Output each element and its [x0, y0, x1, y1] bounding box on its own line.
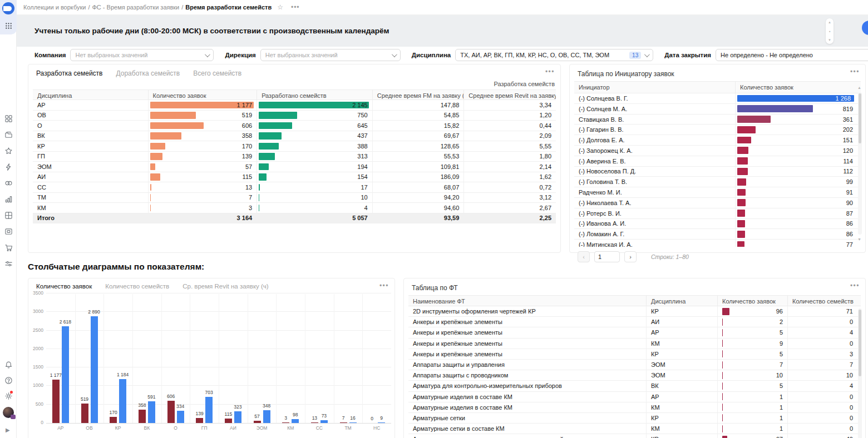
widget-menu-icon[interactable]: •••: [545, 68, 555, 76]
dashboards-icon[interactable]: [4, 211, 13, 220]
tab-rework[interactable]: Доработка семейств: [116, 69, 180, 77]
bar[interactable]: [139, 410, 146, 423]
scroll-up-icon[interactable]: ▲: [828, 21, 831, 24]
bar[interactable]: [196, 418, 203, 423]
col-families: Количество семейств: [788, 296, 857, 306]
bar[interactable]: [177, 411, 184, 423]
sidebar-collapse-icon[interactable]: ▶: [6, 427, 10, 433]
requests-bar: [737, 231, 745, 238]
company-select[interactable]: Нет выбранных значений: [70, 49, 214, 61]
tab-all[interactable]: Всего семейств: [193, 69, 241, 77]
cell-value: 1 268: [835, 95, 851, 102]
scroll-up-icon[interactable]: ▲: [857, 86, 861, 89]
cell-revit-time: 2,67: [464, 203, 556, 213]
cell-discipline: КМ: [647, 424, 718, 434]
datalens-logo[interactable]: [2, 2, 14, 14]
cell-discipline: КР: [647, 349, 718, 359]
bar[interactable]: [81, 404, 88, 423]
cell-value: 2 145: [352, 102, 368, 108]
favorites-icon[interactable]: [4, 146, 13, 155]
bar[interactable]: [148, 401, 155, 423]
bar-wrapper: 358: [139, 294, 146, 423]
notification-dot: [10, 391, 13, 394]
y-axis-tick-label: 3000: [33, 308, 43, 314]
tab-development[interactable]: Разработка семейств: [36, 69, 102, 77]
bar[interactable]: [52, 380, 60, 423]
cell-requests: 5: [718, 349, 788, 359]
collections-icon[interactable]: [4, 114, 13, 123]
table-row: АР1 1772 145147,883,34: [33, 100, 556, 111]
requests-bar: [150, 153, 162, 160]
widget-menu-icon[interactable]: •••: [379, 282, 389, 290]
workbooks-icon[interactable]: [4, 130, 13, 139]
bar[interactable]: [292, 419, 299, 423]
page-input[interactable]: [594, 251, 620, 262]
widget-menu-icon[interactable]: •••: [850, 68, 860, 76]
breadcrumb-segment[interactable]: Коллекции и воркбуки: [23, 4, 86, 11]
help-icon[interactable]: [4, 376, 13, 385]
scrollbar-thumb[interactable]: [859, 93, 861, 143]
gallery-icon[interactable]: [4, 227, 13, 236]
datasets-icon[interactable]: [4, 178, 13, 187]
cell-requests: 67: [718, 434, 788, 438]
cell-requests: 90: [736, 198, 857, 208]
table-row: 2D инструменты оформления чертежей КРКР9…: [408, 306, 861, 317]
discipline-select[interactable]: ТХ, АИ, АР, ВК, ГП, КМ, КР, НС, О, ОВ, С…: [455, 49, 653, 61]
cell-families: 10: [257, 193, 373, 203]
bar[interactable]: [91, 316, 98, 423]
bar[interactable]: [254, 421, 261, 423]
cell-ft-name: Анкеры и крепёжные элементы: [408, 327, 647, 337]
bar[interactable]: [119, 379, 126, 423]
close-date-select[interactable]: Не определено - Не определено ✕: [716, 49, 868, 61]
cell-value: 2: [780, 318, 783, 325]
scroll-down-icon[interactable]: ▼: [857, 237, 861, 241]
bar-wrapper: 98: [292, 294, 299, 423]
favorite-star-icon[interactable]: ☆: [277, 3, 283, 11]
bar[interactable]: [263, 410, 270, 423]
gear-icon[interactable]: [4, 391, 13, 400]
bar[interactable]: [62, 326, 69, 423]
bar[interactable]: [234, 411, 241, 424]
cell-discipline: КМ: [647, 402, 718, 412]
prev-page-button[interactable]: ‹: [578, 251, 590, 262]
cell-discipline: ВК: [33, 131, 149, 141]
bar[interactable]: [311, 422, 318, 423]
bar[interactable]: [340, 422, 347, 423]
settings-sliders-icon[interactable]: [4, 259, 13, 268]
tab-requests-count[interactable]: Количество заявок: [36, 283, 92, 290]
bar-value-label: 115: [225, 411, 233, 417]
direction-select[interactable]: Нет выбранных значений: [260, 49, 401, 61]
charts-icon[interactable]: [4, 195, 13, 203]
tab-families-count[interactable]: Количество семейств: [105, 283, 169, 290]
user-avatar[interactable]: [3, 407, 14, 418]
vertical-scrollbar[interactable]: ▼: [858, 308, 862, 438]
cell-families: 0: [788, 402, 857, 412]
scroll-down-icon[interactable]: ▼: [828, 38, 831, 42]
requests-bar: [722, 350, 723, 357]
bar[interactable]: [378, 422, 385, 423]
vertical-scrollbar[interactable]: ▲ ▼: [858, 92, 862, 235]
bar[interactable]: [349, 422, 357, 423]
bar-group: 09: [362, 294, 391, 423]
notifications-bell-icon[interactable]: [4, 360, 13, 369]
cell-discipline: КР: [647, 434, 718, 438]
breadcrumb-more-icon[interactable]: •••: [291, 3, 300, 11]
bar[interactable]: [282, 422, 289, 423]
next-page-button[interactable]: ›: [624, 251, 637, 262]
cell-requests: 77: [736, 240, 857, 247]
banner-text: Учтены только рабочие дни (8:00-20:00 МС…: [34, 27, 389, 35]
scrollbar-thumb[interactable]: [859, 310, 861, 376]
breadcrumb-segment[interactable]: ФС - Время разработки заявки: [92, 4, 180, 11]
bar[interactable]: [167, 401, 175, 423]
apps-grid-icon[interactable]: [4, 21, 13, 30]
marketplace-icon[interactable]: [4, 243, 13, 252]
cell-families: 0: [788, 317, 857, 327]
bar[interactable]: [225, 419, 232, 423]
tab-revit-time[interactable]: Ср. время Revit на заявку (ч): [183, 283, 268, 290]
bar[interactable]: [320, 420, 328, 423]
bar-chart-plot: 05001000150020002500300035001 1772 61851…: [46, 294, 391, 424]
bar[interactable]: [205, 397, 213, 423]
bar[interactable]: [110, 417, 117, 423]
widget-menu-icon[interactable]: •••: [850, 282, 860, 290]
connections-icon[interactable]: [4, 162, 13, 171]
